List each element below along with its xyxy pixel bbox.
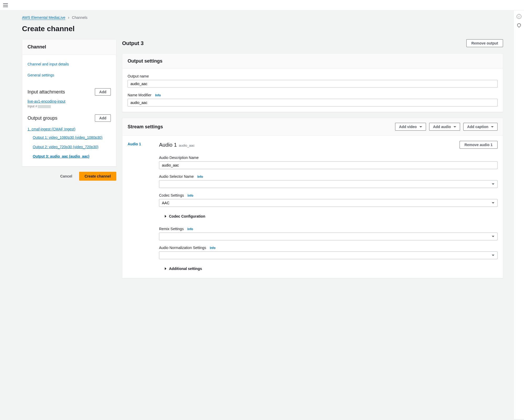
redacted-id <box>38 105 51 108</box>
normalization-info-link[interactable]: Info <box>210 246 216 250</box>
input-id-label: Input # <box>28 104 111 108</box>
info-icon[interactable]: i <box>517 14 521 19</box>
channel-sidebar-panel: Channel Channel and input details Genera… <box>22 39 116 167</box>
output-settings-title: Output settings <box>128 58 162 64</box>
output-settings-card: Output settings Output name Name Modifie… <box>122 53 503 112</box>
add-video-button[interactable]: Add video <box>395 123 426 131</box>
output-3-link[interactable]: Output 3: audio_aac (audio_aac) <box>28 152 111 161</box>
settings-shield-icon[interactable] <box>517 23 521 28</box>
output-groups-heading: Output groups <box>28 115 57 121</box>
breadcrumb-current: Channels <box>72 15 88 20</box>
audio-selector-info-link[interactable]: Info <box>197 175 203 179</box>
output-title: Output 3 <box>122 40 144 46</box>
codec-configuration-expand[interactable]: Codec Configuration <box>165 212 498 220</box>
right-rail: i <box>514 10 524 419</box>
input-attachments-heading: Input attachments <box>28 89 65 95</box>
codec-settings-info-link[interactable]: Info <box>188 194 193 197</box>
sidebar-action-row: Cancel Create channel <box>22 172 116 181</box>
remix-settings-select[interactable] <box>159 233 498 240</box>
page-title: Create channel <box>22 25 503 33</box>
sidebar-title: Channel <box>28 44 111 50</box>
breadcrumb: AWS Elemental MediaLive › Channels <box>22 15 503 20</box>
additional-settings-expand[interactable]: Additional settings <box>165 264 498 273</box>
svg-marker-0 <box>517 24 521 27</box>
triangle-right-icon <box>165 267 166 270</box>
main-column: AWS Elemental MediaLive › Channels Creat… <box>12 10 514 419</box>
audio-normalization-select[interactable] <box>159 251 498 259</box>
name-modifier-input[interactable] <box>128 99 498 107</box>
tab-audio-1[interactable]: Audio 1 <box>128 142 149 146</box>
remix-settings-label: Remix Settings Info <box>159 227 498 231</box>
nav-channel-input-details[interactable]: Channel and input details <box>28 60 111 71</box>
add-input-attachment-button[interactable]: Add <box>95 88 111 96</box>
create-channel-button[interactable]: Create channel <box>79 172 116 181</box>
remove-audio-button[interactable]: Remove audio 1 <box>460 141 498 149</box>
top-strip <box>0 0 524 10</box>
chevron-right-icon: › <box>68 15 69 20</box>
name-modifier-label: Name Modifier Info <box>128 93 498 97</box>
add-audio-button[interactable]: Add audio <box>429 123 460 131</box>
audio-subheading: audio_aac <box>179 143 195 147</box>
sidebar-panel-header: Channel <box>22 40 116 55</box>
stream-settings-title: Stream settings <box>128 124 163 130</box>
audio-selector-name-label: Audio Selector Name Info <box>159 174 498 179</box>
input-attachment-link[interactable]: live-av1-encoding-input <box>28 99 111 103</box>
triangle-right-icon <box>165 215 166 218</box>
audio-heading: Audio 1 <box>159 142 177 148</box>
add-caption-button[interactable]: Add caption <box>463 123 498 131</box>
content-column: Output 3 Remove output Output settings O… <box>122 39 503 284</box>
codec-settings-select[interactable]: AAC <box>159 199 498 207</box>
breadcrumb-service-link[interactable]: AWS Elemental MediaLive <box>22 15 65 20</box>
stream-settings-card: Stream settings Add video Add audio Add … <box>122 118 503 278</box>
output-name-input[interactable] <box>128 80 498 88</box>
audio-description-name-input[interactable] <box>159 161 498 169</box>
audio-description-name-label: Audio Description Name <box>159 156 498 160</box>
name-modifier-info-link[interactable]: Info <box>155 93 161 97</box>
output-group-link[interactable]: 1. cmaf-ingest (CMAF Ingest) <box>28 125 111 133</box>
audio-normalization-label: Audio Normalization Settings Info <box>159 246 498 250</box>
remix-info-link[interactable]: Info <box>187 227 193 231</box>
audio-selector-name-select[interactable] <box>159 180 498 188</box>
output-1-link[interactable]: Output 1: video_1080p30 (video_1080p30) <box>28 133 111 142</box>
codec-settings-label: Codec Settings Info <box>159 193 498 197</box>
add-output-group-button[interactable]: Add <box>95 114 111 122</box>
remove-output-button[interactable]: Remove output <box>466 39 503 47</box>
output-2-link[interactable]: Output 2: video_720p30 (video_720p30) <box>28 142 111 152</box>
hamburger-menu-icon[interactable] <box>3 3 8 7</box>
output-name-label: Output name <box>128 74 498 78</box>
cancel-button[interactable]: Cancel <box>56 172 77 181</box>
nav-general-settings[interactable]: General settings <box>28 71 111 82</box>
